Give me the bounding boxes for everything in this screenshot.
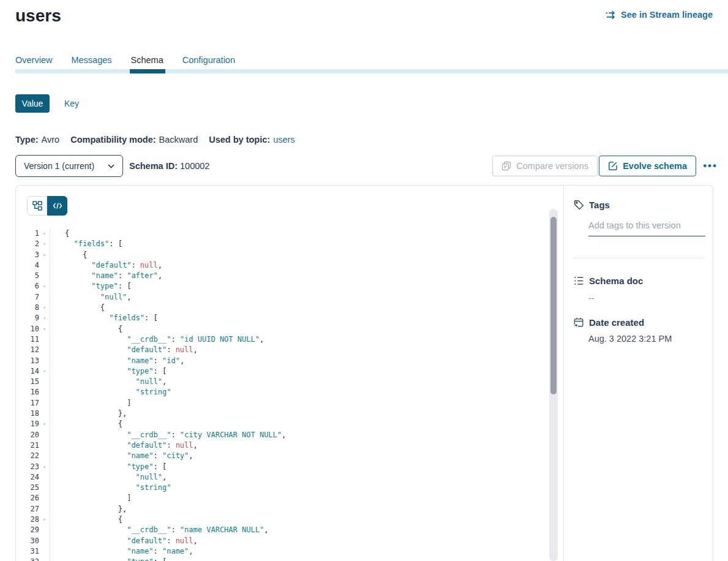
- fold-spacer: [39, 409, 50, 419]
- code-line: 11 "__crdb__": "id UUID NOT NULL",: [16, 334, 549, 345]
- code-text: "null",: [50, 377, 167, 387]
- code-text: {: [50, 250, 87, 260]
- value-toggle-button[interactable]: Value: [15, 94, 50, 113]
- schema-id-value: 100002: [180, 161, 209, 171]
- fold-arrow-icon[interactable]: ▾: [39, 366, 50, 377]
- code-line: 3▾ {: [16, 250, 549, 260]
- fold-arrow-icon[interactable]: ▾: [39, 324, 50, 334]
- code-text: {: [50, 303, 105, 313]
- code-text: "__crdb__": "id UUID NOT NULL",: [50, 334, 264, 345]
- line-number: 7: [16, 292, 39, 303]
- code-text: {: [50, 228, 69, 239]
- code-line: 12 "default": null,: [16, 345, 549, 355]
- code-text: "default": null,: [50, 260, 162, 271]
- edit-icon: [608, 161, 618, 171]
- fold-spacer: [39, 334, 50, 345]
- fold-spacer: [39, 430, 50, 440]
- compatibility-value: Backward: [159, 135, 198, 145]
- line-number: 26: [16, 493, 39, 503]
- code-text: "string": [50, 483, 171, 493]
- stream-lineage-link[interactable]: See in Stream lineage: [605, 10, 713, 20]
- tab-bar: Overview Messages Schema Configuration: [15, 55, 728, 73]
- line-number: 23: [16, 462, 39, 472]
- fold-spacer: [39, 271, 50, 281]
- schema-editor[interactable]: 1▾{2▾ "fields": [3▾ {4 "default": null,5…: [16, 186, 564, 561]
- line-number: 13: [16, 356, 39, 366]
- line-number: 8: [16, 303, 39, 313]
- compare-versions-label: Compare versions: [516, 161, 588, 171]
- code-text: "name": "name",: [50, 546, 193, 557]
- code-text: {: [50, 514, 122, 525]
- calendar-plus-icon: [574, 317, 584, 328]
- fold-arrow-icon[interactable]: ▾: [39, 514, 50, 525]
- fold-arrow-icon[interactable]: ▾: [39, 313, 50, 323]
- code-text: {: [50, 419, 122, 429]
- version-select[interactable]: Version 1 (current): [15, 155, 123, 177]
- line-number: 11: [16, 334, 39, 345]
- page-title: users: [15, 6, 61, 26]
- ellipsis-icon: •••: [703, 160, 718, 171]
- tags-input[interactable]: [588, 218, 705, 236]
- tab-overview[interactable]: Overview: [15, 55, 52, 65]
- fold-arrow-icon[interactable]: ▾: [39, 462, 50, 472]
- line-number: 4: [16, 260, 39, 271]
- fold-arrow-icon[interactable]: ▾: [39, 281, 50, 292]
- code-line: 1▾{: [16, 228, 549, 239]
- code-line: 24 "null",: [16, 472, 549, 483]
- evolve-schema-button[interactable]: Evolve schema: [599, 156, 696, 176]
- code-line: 18 },: [16, 409, 549, 419]
- line-number: 24: [16, 472, 39, 483]
- line-number: 15: [16, 377, 39, 387]
- key-toggle-link[interactable]: Key: [64, 99, 79, 108]
- line-number: 1: [16, 228, 39, 239]
- code-line: 2▾ "fields": [: [16, 239, 549, 249]
- code-text: ]: [50, 398, 131, 409]
- schema-id-label: Schema ID:: [129, 161, 178, 171]
- editor-scrollbar-track[interactable]: [549, 209, 558, 561]
- line-number: 18: [16, 409, 39, 419]
- fold-arrow-icon[interactable]: ▾: [39, 239, 50, 249]
- compare-versions-button[interactable]: Compare versions: [492, 156, 598, 176]
- fold-arrow-icon[interactable]: ▾: [39, 250, 50, 260]
- schema-sidebar: Tags Schema doc --: [564, 186, 713, 561]
- tree-view-icon: [32, 201, 42, 211]
- code-text: {: [50, 324, 122, 334]
- fold-spacer: [39, 260, 50, 271]
- code-line: 30 "default": null,: [16, 536, 549, 546]
- tree-view-button[interactable]: [27, 196, 47, 216]
- fold-arrow-icon[interactable]: ▾: [39, 228, 50, 239]
- code-line: 25 "string": [16, 483, 549, 493]
- code-line: 5 "name": "after",: [16, 271, 549, 281]
- code-line: 28▾ {: [16, 514, 549, 525]
- fold-arrow-icon[interactable]: ▾: [39, 419, 50, 429]
- code-line: 20 "__crdb__": "city VARCHAR NOT NULL",: [16, 430, 549, 440]
- editor-scrollbar-thumb[interactable]: [550, 217, 557, 394]
- code-text: "fields": [: [50, 239, 122, 249]
- version-select-value: Version 1 (current): [24, 161, 94, 171]
- schema-id: Schema ID: 100002: [129, 155, 209, 177]
- fold-arrow-icon[interactable]: ▾: [39, 557, 50, 561]
- fold-spacer: [39, 525, 50, 535]
- tab-messages[interactable]: Messages: [71, 55, 111, 65]
- code-view-button[interactable]: [47, 196, 67, 216]
- more-actions-button[interactable]: •••: [703, 155, 718, 177]
- line-number: 2: [16, 239, 39, 249]
- fold-spacer: [39, 451, 50, 461]
- type-label: Type:: [15, 135, 39, 145]
- stream-lineage-label: See in Stream lineage: [621, 10, 713, 20]
- line-number: 19: [16, 419, 39, 429]
- code-line: 15 "null",: [16, 377, 549, 387]
- tags-section-header: Tags: [574, 200, 610, 210]
- tab-schema[interactable]: Schema: [131, 55, 163, 65]
- line-number: 16: [16, 387, 39, 397]
- topic-link[interactable]: users: [273, 135, 295, 145]
- copy-icon: [501, 161, 511, 171]
- fold-spacer: [39, 504, 50, 514]
- fold-arrow-icon[interactable]: ▾: [39, 303, 50, 313]
- schema-doc-title: Schema doc: [589, 276, 643, 286]
- code-text: "null",: [50, 472, 167, 483]
- code-text: "type": [: [50, 366, 167, 377]
- code-line: 17 ]: [16, 398, 549, 409]
- code-text: "default": null,: [50, 440, 198, 451]
- tab-configuration[interactable]: Configuration: [182, 55, 235, 65]
